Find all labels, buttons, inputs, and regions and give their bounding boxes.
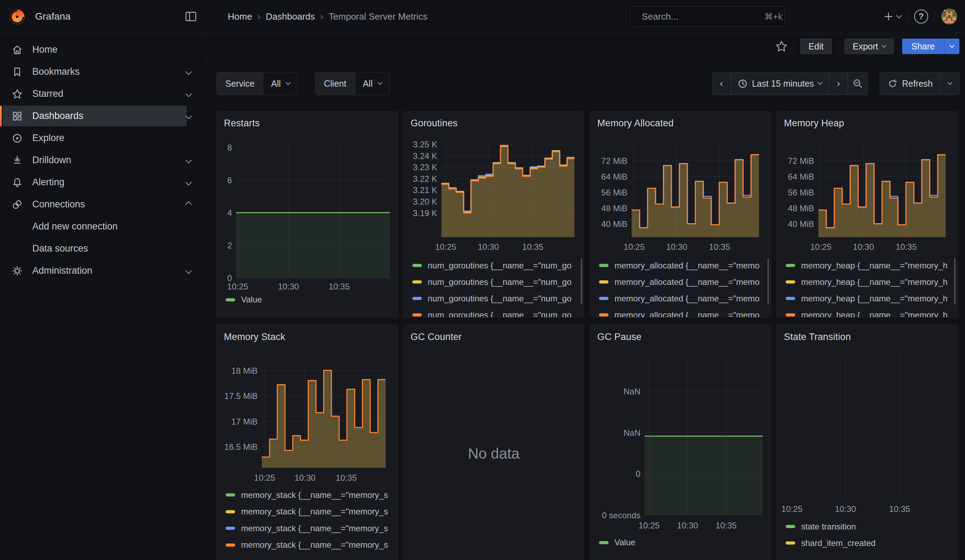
panel-toggle-icon[interactable] [185,10,197,23]
svg-text:NaN: NaN [623,387,640,396]
time-range-picker[interactable]: Last 15 minutes [731,72,829,95]
legend-item[interactable]: state transition [777,518,957,535]
sidebar-item-connections[interactable]: Connections [0,193,205,216]
chart-gc-pause[interactable]: 10:2510:3010:35NaNNaN00 seconds [590,325,771,560]
service-filter-value[interactable]: All [263,72,298,95]
legend-scrollbar[interactable] [954,258,955,305]
zoom-out-button[interactable] [847,72,868,95]
search-box[interactable]: ⌘+k [630,6,785,27]
plus-icon [883,11,893,21]
legend: memory_allocated {__name__="memo memory_… [590,257,770,318]
legend-swatch [786,541,795,545]
legend-item[interactable]: memory_heap {__name__="memory_h [777,257,957,274]
sidebar-item-home[interactable]: Home [0,39,205,61]
sidebar-item-alerting[interactable]: Alerting [0,171,205,193]
star-icon [12,89,23,99]
legend-item[interactable]: memory_allocated {__name__="memo [590,257,770,274]
chevron-down-icon [286,80,291,85]
legend-label: memory_stack {__name__="memory_s [241,507,388,516]
legend-item[interactable]: Value [217,294,397,305]
svg-text:4: 4 [227,208,232,217]
legend: memory_stack {__name__="memory_s memory_… [217,487,397,553]
svg-text:10:30: 10:30 [278,282,299,291]
chevron-down-icon [185,69,191,75]
share-menu-button[interactable] [944,39,959,54]
time-shift-forward-button[interactable]: › [829,72,848,95]
legend-label: memory_heap {__name__="memory_h [801,310,947,318]
legend-scrollbar[interactable] [767,258,769,305]
sidebar-divider [205,0,205,560]
svg-text:72 MiB: 72 MiB [601,156,627,166]
legend-item[interactable]: memory_heap {__name__="memory_h [777,290,957,307]
legend-swatch [786,313,795,317]
legend-label: num_goroutines {__name__="num_go [428,277,572,287]
chevron-down-icon [947,80,952,85]
legend-item[interactable]: memory_stack {__name__="memory_s [217,503,397,520]
legend-item[interactable]: num_goroutines {__name__="num_go [404,274,584,290]
legend-scrollbar[interactable] [581,258,582,305]
svg-text:10:25: 10:25 [435,242,456,251]
share-button[interactable]: Share [902,39,944,54]
panel-gc-pause: GC Pause 10:2510:3010:35NaNNaN00 seconds… [590,325,771,560]
sidebar-item-drilldown[interactable]: Drilldown [0,149,205,171]
legend-item[interactable]: memory_allocated {__name__="memo [590,274,770,290]
legend-item[interactable]: shard_item_created [777,535,957,551]
svg-text:10:25: 10:25 [639,521,660,530]
export-button[interactable]: Export [845,39,894,54]
svg-text:10:25: 10:25 [810,242,831,251]
svg-text:3.25 K: 3.25 K [413,140,437,149]
grafana-logo[interactable] [9,8,25,24]
refresh-interval-button[interactable] [940,72,959,95]
legend-item[interactable]: memory_heap {__name__="memory_h [777,274,957,290]
dashboards-grid-icon [12,111,23,121]
svg-text:10:25: 10:25 [782,504,803,514]
client-filter-value[interactable]: All [355,72,389,95]
legend-swatch [599,264,608,267]
legend-item[interactable]: memory_stack {__name__="memory_s [217,520,397,537]
sidebar-item-data-sources[interactable]: Data sources [0,238,205,260]
star-icon[interactable] [775,40,787,52]
sidebar-item-starred[interactable]: Starred [0,83,205,105]
panel-title[interactable]: GC Counter [411,331,462,343]
legend-item[interactable]: num_goroutines {__name__="num_go [404,290,584,307]
sidebar-nav: Home Bookmarks Starred Dashboards Explor… [0,33,205,282]
legend-item[interactable]: memory_heap {__name__="memory_h [777,307,957,318]
chart-restarts[interactable]: 10:2510:3010:3586420 [217,112,397,318]
toolbar-border [205,60,965,60]
help-button[interactable]: ? [914,10,928,23]
edit-button[interactable]: Edit [800,39,832,54]
share-label: Share [911,41,935,52]
legend-swatch [599,313,608,317]
panel-memory-stack: Memory Stack 10:2510:3010:3518 MiB17.5 M… [216,325,397,560]
legend-label: memory_stack {__name__="memory_s [241,490,388,500]
svg-text:10:25: 10:25 [254,473,275,482]
legend-item[interactable]: memory_allocated {__name__="memo [590,290,770,307]
sidebar-item-administration[interactable]: Administration [0,260,205,282]
legend-item[interactable]: num_goroutines {__name__="num_go [404,257,584,274]
legend-item[interactable]: memory_allocated {__name__="memo [590,307,770,318]
svg-text:48 MiB: 48 MiB [601,204,627,213]
service-filter-selected: All [271,78,281,89]
breadcrumb-home[interactable]: Home [228,11,252,22]
legend-label: Value [615,537,636,547]
panel-memory-allocated: Memory Allocated 10:2510:3010:3572 MiB64… [590,111,771,318]
chevron-down-icon [896,13,902,19]
chevron-down-icon [185,90,191,97]
sidebar-item-add-new-connection[interactable]: Add new connection [0,216,205,238]
legend-item[interactable]: memory_stack {__name__="memory_s [217,487,397,503]
legend-item[interactable]: Value [590,537,770,548]
refresh-button[interactable]: Refresh [880,72,941,95]
time-shift-back-button[interactable]: ‹ [712,72,731,95]
sidebar-item-dashboards[interactable]: Dashboards [0,105,205,127]
breadcrumb-dashboards[interactable]: Dashboards [266,11,315,22]
sidebar-item-label: Add new connection [32,221,118,232]
legend-item[interactable]: num_goroutines {__name__="num_go [404,307,584,318]
add-button[interactable] [883,11,901,21]
svg-text:64 MiB: 64 MiB [601,172,627,181]
search-input[interactable] [642,11,759,22]
legend-item[interactable]: memory_stack {__name__="memory_s [217,537,397,553]
avatar[interactable] [941,8,957,24]
legend-swatch [786,297,795,300]
sidebar-item-bookmarks[interactable]: Bookmarks [0,61,205,83]
sidebar-item-explore[interactable]: Explore [0,127,205,149]
